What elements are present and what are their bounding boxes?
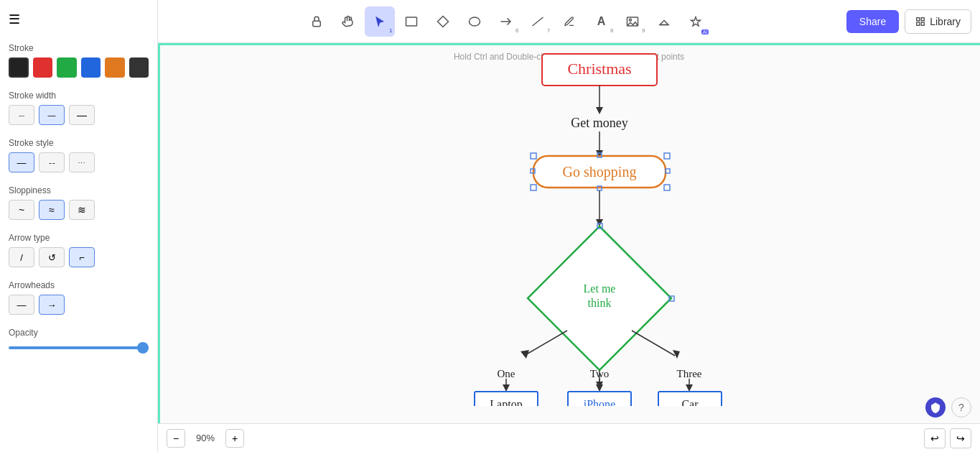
menu-button[interactable]: ☰ [9,11,149,27]
stroke-width-thin[interactable]: — [9,105,34,125]
sloppiness-neat[interactable]: ~ [9,200,34,220]
christmas-label: Christmas [567,60,631,78]
arrow-type-options: / ↺ ⌐ [9,247,149,267]
tool-diamond[interactable] [428,6,458,37]
help-icon[interactable]: ? [951,397,971,418]
svg-rect-12 [917,22,920,25]
arrow-straight[interactable]: / [9,247,34,267]
two-label: Two [589,368,608,379]
canvas-area[interactable]: Hold Ctrl and Double-click or press Ctrl… [158,43,980,423]
stroke-style-options: — - - ··· [9,152,149,172]
opacity-slider[interactable] [9,346,149,349]
go-shopping-label: Go shopping [562,164,636,180]
zoom-out-button[interactable]: − [167,429,185,448]
history-controls: ↩ ↪ [924,428,971,448]
library-button[interactable]: Library [905,9,971,34]
tool-eraser[interactable] [649,6,679,37]
three-label: Three [676,368,701,379]
svg-rect-13 [921,22,924,25]
sloppiness-sloppy[interactable]: ≋ [69,200,95,220]
svg-rect-20 [531,153,536,159]
stroke-label: Stroke [9,43,149,53]
svg-rect-21 [664,153,670,159]
arrow-type-section: Arrow type / ↺ ⌐ [9,233,149,267]
bottom-bar: − 90% + ↩ ↪ [158,423,980,452]
tool-arrow[interactable]: 6 [491,6,521,37]
color-swatch-green[interactable] [57,57,77,78]
toolbar: 1 [158,0,980,43]
library-label: Library [930,16,961,27]
sloppiness-section: Sloppiness ~ ≈ ≋ [9,185,149,220]
one-label: One [497,368,515,379]
color-swatch-orange[interactable] [105,57,125,78]
stroke-dashed[interactable]: - - [39,152,65,172]
arrowhead-arrow[interactable]: → [39,295,65,315]
svg-point-4 [470,17,480,26]
tool-text[interactable]: A 8 [586,6,616,37]
toolbar-center: 1 [302,6,711,37]
stroke-style-label: Stroke style [9,138,149,148]
toolbar-right: Share Library [846,9,971,34]
opacity-label: Opacity [9,328,149,338]
svg-rect-11 [921,17,924,20]
svg-marker-3 [438,16,449,27]
arrowheads-label: Arrowheads [9,280,149,290]
sloppiness-options: ~ ≈ ≋ [9,200,149,220]
tool-pencil[interactable] [554,6,584,37]
tool-ellipse[interactable] [459,6,490,37]
shield-icon[interactable] [925,397,946,418]
svg-marker-44 [686,384,693,392]
car-label: Car [681,398,699,406]
svg-rect-23 [664,185,670,190]
svg-rect-22 [531,185,536,190]
tool-image[interactable]: 9 [617,6,648,37]
opacity-section: Opacity [9,328,149,349]
stroke-color-row [9,57,149,78]
stroke-style-section: Stroke style — - - ··· [9,138,149,172]
tool-lock[interactable] [302,6,332,37]
arrow-type-label: Arrow type [9,233,149,243]
let-me-think-line1: Let me [583,282,615,295]
svg-line-6 [533,17,543,26]
sloppiness-label: Sloppiness [9,185,149,195]
svg-marker-38 [673,350,680,359]
stroke-width-thick[interactable]: — [69,105,95,125]
svg-marker-40 [503,384,510,392]
stroke-solid[interactable]: — [9,152,34,172]
svg-rect-10 [917,17,920,20]
arrow-curved[interactable]: ↺ [39,247,65,267]
share-button[interactable]: Share [846,10,899,33]
stroke-dotted[interactable]: ··· [69,152,95,172]
tool-line[interactable]: 7 [523,6,553,37]
arrowheads-section: Arrowheads — → [9,280,149,315]
canvas-border-top [158,43,980,45]
svg-rect-2 [406,17,417,26]
tool-select[interactable]: 1 [365,6,395,37]
color-swatch-black[interactable] [9,57,29,78]
stroke-width-medium[interactable]: — [39,105,65,125]
tool-ai[interactable]: AI [681,6,711,37]
svg-marker-34 [521,350,529,359]
color-swatch-blue[interactable] [81,57,101,78]
svg-line-33 [524,331,567,356]
diagram-canvas: Christmas Get money Go shopping [449,47,750,406]
redo-button[interactable]: ↪ [950,428,971,448]
stroke-width-label: Stroke width [9,91,149,101]
tool-rect[interactable] [396,6,426,37]
main-area: 1 [158,0,980,452]
stroke-section: Stroke [9,43,149,78]
svg-marker-16 [596,107,603,114]
undo-button[interactable]: ↩ [924,428,946,448]
arrow-elbow[interactable]: ⌐ [69,247,95,267]
color-swatch-red[interactable] [33,57,53,78]
zoom-controls: − 90% + [167,429,244,448]
stroke-width-section: Stroke width — — — [9,91,149,125]
arrowhead-none[interactable]: — [9,295,34,315]
tool-hand[interactable] [333,6,363,37]
zoom-in-button[interactable]: + [225,429,244,448]
color-swatch-dark[interactable] [129,57,149,78]
laptop-label: Laptop [490,398,522,406]
sloppiness-medium[interactable]: ≈ [39,200,65,220]
let-me-think-line2: think [587,297,611,309]
iphone-label: iPhone [583,398,615,406]
